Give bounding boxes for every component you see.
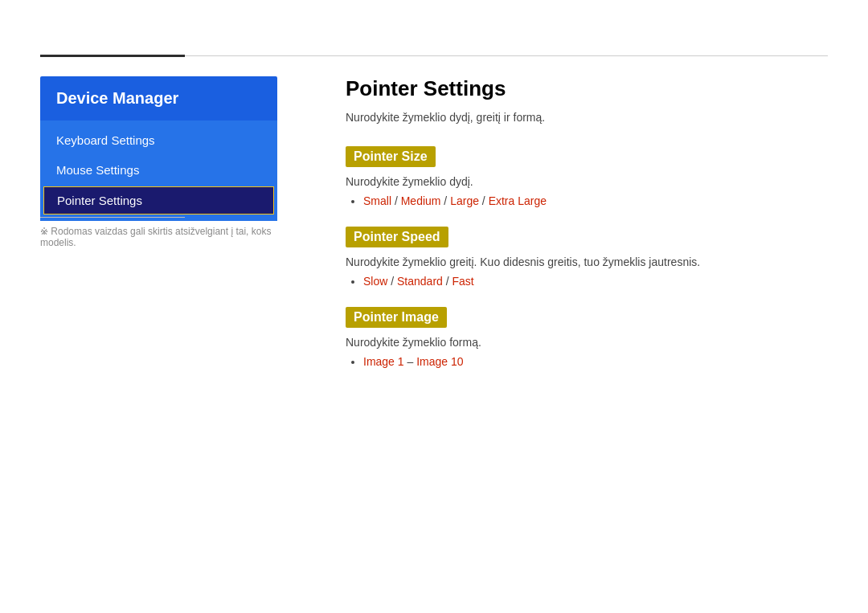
section-options-pointer-size: Small / Medium / Large / Extra Large bbox=[346, 194, 828, 207]
top-bar-light bbox=[185, 55, 828, 56]
section-title-pointer-speed: Pointer Speed bbox=[346, 227, 448, 247]
option-image10: Image 10 bbox=[416, 355, 463, 368]
sidebar-header: Device Manager bbox=[40, 76, 277, 121]
option-fast: Fast bbox=[452, 275, 474, 288]
section-title-pointer-image: Pointer Image bbox=[346, 307, 447, 328]
option-large: Large bbox=[450, 194, 479, 207]
section-pointer-image: Pointer Image Nurodykite žymeklio formą.… bbox=[346, 307, 828, 368]
option-slow: Slow bbox=[363, 275, 387, 288]
main-content: Pointer Settings Nurodykite žymeklio dyd… bbox=[346, 76, 828, 387]
sidebar-item-keyboard[interactable]: Keyboard Settings bbox=[40, 125, 277, 155]
option-medium: Medium bbox=[401, 194, 441, 207]
sidebar: Device Manager Keyboard Settings Mouse S… bbox=[40, 76, 277, 221]
section-desc-pointer-size: Nurodykite žymeklio dydį. bbox=[346, 175, 828, 188]
page-title: Pointer Settings bbox=[346, 76, 828, 101]
section-desc-pointer-image: Nurodykite žymeklio formą. bbox=[346, 336, 828, 349]
option-extralarge: Extra Large bbox=[489, 194, 547, 207]
sidebar-note-divider bbox=[40, 217, 185, 218]
section-options-pointer-image: Image 1 – Image 10 bbox=[346, 355, 828, 368]
sidebar-item-mouse[interactable]: Mouse Settings bbox=[40, 155, 277, 185]
option-small: Small bbox=[363, 194, 391, 207]
sidebar-menu: Keyboard Settings Mouse Settings Pointer… bbox=[40, 121, 277, 221]
sidebar-note: ※ Rodomas vaizdas gali skirtis atsižvelg… bbox=[40, 217, 277, 248]
sidebar-note-text: ※ Rodomas vaizdas gali skirtis atsižvelg… bbox=[40, 226, 277, 248]
section-pointer-speed: Pointer Speed Nurodykite žymeklio greitį… bbox=[346, 227, 828, 288]
section-pointer-size: Pointer Size Nurodykite žymeklio dydį. S… bbox=[346, 146, 828, 207]
section-title-pointer-size: Pointer Size bbox=[346, 146, 436, 167]
sidebar-item-pointer[interactable]: Pointer Settings bbox=[43, 186, 274, 215]
top-bar bbox=[40, 55, 828, 56]
page-subtitle: Nurodykite žymeklio dydį, greitį ir form… bbox=[346, 111, 828, 124]
section-desc-pointer-speed: Nurodykite žymeklio greitį. Kuo didesnis… bbox=[346, 255, 828, 268]
section-options-pointer-speed: Slow / Standard / Fast bbox=[346, 275, 828, 288]
top-bar-dark bbox=[40, 55, 185, 57]
option-image1: Image 1 bbox=[363, 355, 404, 368]
option-standard: Standard bbox=[397, 275, 443, 288]
